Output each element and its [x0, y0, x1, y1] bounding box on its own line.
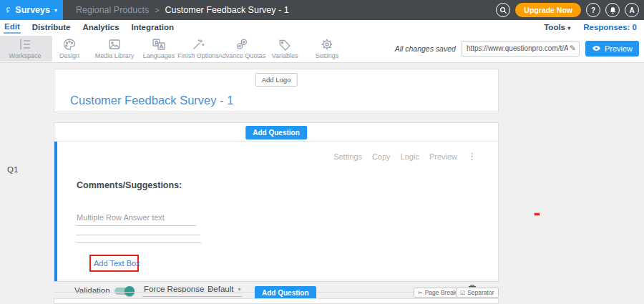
- quota-links-icon: [235, 38, 249, 51]
- add-text-box-link[interactable]: Add Text Box: [94, 259, 140, 268]
- nav-tab-distribute[interactable]: Distribute: [31, 21, 72, 33]
- add-logo-button[interactable]: Add Logo: [255, 73, 298, 87]
- breadcrumb-survey-name: Customer Feedback Survey - 1: [165, 5, 289, 15]
- surveys-product-menu[interactable]: Surveys ▾: [0, 0, 63, 20]
- breadcrumb: Regional Products > Customer Feedback Su…: [76, 5, 289, 15]
- page-break-button[interactable]: ✂ Page Break: [414, 288, 461, 298]
- annotation-red-dash: [534, 212, 540, 216]
- top-header: Surveys ▾ Regional Products > Customer F…: [0, 0, 644, 20]
- add-question-strip: Add Question: [54, 123, 498, 142]
- responses-count-link[interactable]: Responses: 0: [583, 23, 637, 31]
- answer-row-3[interactable]: [77, 232, 201, 243]
- survey-header-card: Add Logo Customer Feedback Survey - 1: [54, 69, 499, 112]
- survey-title[interactable]: Customer Feedback Survey - 1: [70, 94, 233, 107]
- notifications-button[interactable]: [605, 3, 620, 17]
- toggle-knob: [125, 286, 135, 296]
- workspace-icon: [18, 38, 32, 51]
- survey-url-text: https://www.questionpro.com/t/APNrFZ: [467, 44, 568, 52]
- force-response-dropdown[interactable]: Force Response ▾: [142, 285, 213, 297]
- question-card: Add Question Settings Copy Logic Preview…: [54, 122, 499, 282]
- checkbox-icon: ☑: [460, 290, 465, 296]
- scissors-icon: ✂: [418, 290, 423, 296]
- survey-url-field[interactable]: https://www.questionpro.com/t/APNrFZ ✎: [462, 41, 580, 57]
- next-section-card: [54, 298, 499, 304]
- question-preview-link[interactable]: Preview: [429, 152, 457, 161]
- edit-url-pencil-icon[interactable]: ✎: [570, 44, 576, 53]
- nav-right: Tools ▾ Responses: 0: [544, 23, 644, 31]
- search-icon: [499, 6, 507, 14]
- edit-toolbar: Workspace Design Media Library: [0, 34, 644, 63]
- magic-wand-icon: [191, 38, 205, 51]
- question-logic-link[interactable]: Logic: [401, 152, 419, 161]
- questionpro-logo-icon: [6, 4, 11, 16]
- validation-label: Validation: [74, 286, 110, 295]
- upgrade-now-button[interactable]: Upgrade Now: [515, 3, 581, 17]
- question-more-menu-icon[interactable]: ⋮: [467, 151, 477, 162]
- help-button[interactable]: ?: [586, 3, 600, 17]
- separator-button[interactable]: ☑ Separator: [456, 288, 499, 298]
- toolbar-item-settings[interactable]: Settings: [300, 36, 354, 62]
- question-actions: Settings Copy Logic Preview ⋮: [333, 151, 477, 162]
- chevron-down-icon: ▾: [54, 7, 57, 14]
- nav-tab-analytics[interactable]: Analytics: [82, 21, 119, 33]
- validation-toggle[interactable]: [114, 287, 135, 295]
- question-text[interactable]: Comments/Suggestions:: [77, 180, 182, 190]
- design-palette-icon: [62, 38, 77, 51]
- nav-tab-integration[interactable]: Integration: [131, 21, 175, 33]
- tools-menu[interactable]: Tools ▾: [544, 23, 570, 31]
- default-validation-dropdown[interactable]: Default ▾: [206, 285, 242, 297]
- question-number: Q1: [7, 165, 18, 174]
- breadcrumb-separator: >: [155, 6, 159, 14]
- search-button[interactable]: [496, 3, 510, 17]
- main-nav: Edit Distribute Analytics Integration To…: [0, 20, 644, 34]
- bell-icon: [609, 6, 617, 14]
- eye-icon: [592, 45, 601, 52]
- translate-icon: [152, 38, 166, 51]
- header-actions: Upgrade Now ? A: [496, 3, 644, 17]
- question-copy-link[interactable]: Copy: [372, 152, 391, 161]
- question-block: Settings Copy Logic Preview ⋮ Comments/S…: [54, 142, 498, 281]
- question-settings-link[interactable]: Settings: [333, 152, 362, 161]
- toolbar-right: All changes saved https://www.questionpr…: [395, 34, 639, 62]
- questionpro-survey-editor: Surveys ▾ Regional Products > Customer F…: [0, 0, 644, 304]
- product-name: Surveys: [15, 5, 50, 15]
- user-avatar[interactable]: A: [625, 3, 639, 17]
- autosave-status: All changes saved: [395, 44, 456, 53]
- chevron-down-icon: ▾: [567, 25, 570, 31]
- gear-icon: [320, 38, 334, 51]
- breadcrumb-folder-link[interactable]: Regional Products: [76, 5, 149, 15]
- preview-button[interactable]: Preview: [585, 41, 639, 57]
- add-question-button-top[interactable]: Add Question: [245, 126, 307, 139]
- nav-tab-edit[interactable]: Edit: [4, 21, 21, 34]
- media-image-icon: [107, 38, 122, 51]
- tag-icon: [278, 38, 292, 51]
